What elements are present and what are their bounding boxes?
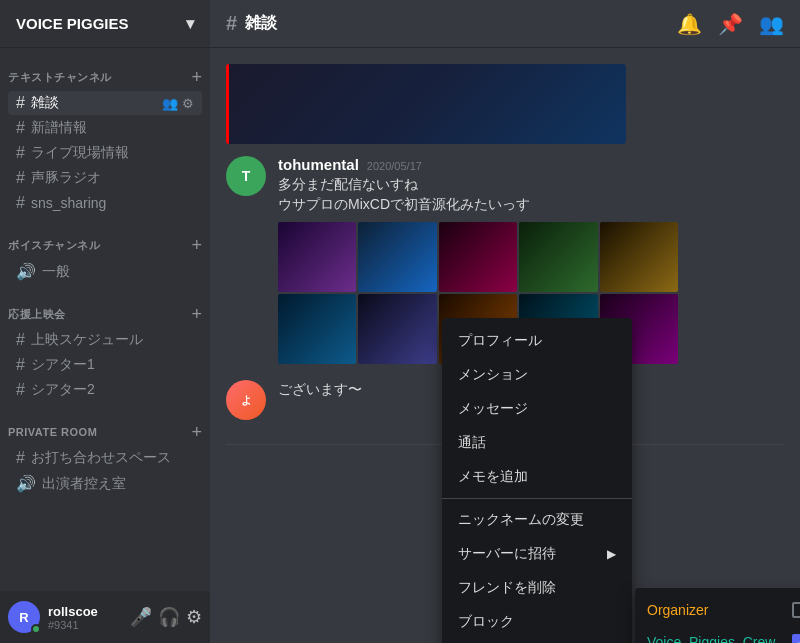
section-label-private: PRIVATE ROOM xyxy=(8,426,97,438)
user-bar-actions: 🎤 🎧 ⚙ xyxy=(130,606,202,628)
message-header: tohumental 2020/05/17 xyxy=(278,156,784,173)
role-checkbox-organizer[interactable] xyxy=(792,602,800,618)
section-label-ouen: 応援上映会 xyxy=(8,307,66,322)
hash-icon: # xyxy=(16,194,25,212)
section-text-channels: テキストチャンネル + # 雑談 👥 ⚙ # 新譜情報 # ライブ現場情報 # … xyxy=(0,64,210,216)
image-cell-7 xyxy=(358,294,436,364)
ctx-profile[interactable]: プロフィール xyxy=(442,324,632,358)
channel-item-uchiawase[interactable]: # お打ち合わせスペース xyxy=(8,446,202,470)
section-header-text[interactable]: テキストチャンネル + xyxy=(0,64,210,90)
section-ouen: 応援上映会 + # 上映スケジュール # シアター1 # シアター2 xyxy=(0,301,210,403)
hash-icon: # xyxy=(16,94,25,112)
channel-item-radio[interactable]: # 声豚ラジオ xyxy=(8,166,202,190)
hash-icon: # xyxy=(16,356,25,374)
ctx-invite[interactable]: サーバーに招待 ▶ xyxy=(442,537,632,571)
image-cell-5 xyxy=(600,222,678,292)
main-content: # 雑談 🔔 📌 👥 T tohumental 2020/05/17 多分まだ配… xyxy=(210,0,800,643)
message-text-2: ウサプロのMixCDで初音源化みたいっす xyxy=(278,195,784,215)
channel-item-schedule[interactable]: # 上映スケジュール xyxy=(8,328,202,352)
message-avatar: T xyxy=(226,156,266,196)
speaker-icon: 🔊 xyxy=(16,474,36,493)
settings-icon[interactable]: ⚙ xyxy=(186,606,202,628)
bell-icon[interactable]: 🔔 xyxy=(677,12,702,36)
channel-item-sns[interactable]: # sns_sharing xyxy=(8,191,202,215)
section-header-ouen[interactable]: 応援上映会 + xyxy=(0,301,210,327)
server-header[interactable]: VOICE PIGGIES ▾ xyxy=(0,0,210,48)
section-label-text: テキストチャンネル xyxy=(8,70,112,85)
add-private-channel-button[interactable]: + xyxy=(191,423,202,441)
section-header-private[interactable]: PRIVATE ROOM + xyxy=(0,419,210,445)
hash-icon: # xyxy=(16,331,25,349)
headphones-icon[interactable]: 🎧 xyxy=(158,606,180,628)
avatar: R xyxy=(8,601,40,633)
user-settings-icon[interactable]: 👥 xyxy=(162,96,178,111)
add-ouen-channel-button[interactable]: + xyxy=(191,305,202,323)
ctx-message[interactable]: メッセージ xyxy=(442,392,632,426)
context-menu: プロフィール メンション メッセージ 通話 メモを追加 ニックネームの変更 サー… xyxy=(442,318,632,643)
channel-item-shinkyoku[interactable]: # 新譜情報 xyxy=(8,116,202,140)
banner-image xyxy=(226,64,646,144)
ctx-memo[interactable]: メモを追加 xyxy=(442,460,632,494)
role-checkbox-crew[interactable]: ✓ xyxy=(792,634,800,643)
image-cell-6 xyxy=(278,294,356,364)
discriminator: #9341 xyxy=(48,619,122,631)
mute-mic-icon[interactable]: 🎤 xyxy=(130,606,152,628)
channel-hash-icon: # xyxy=(226,12,237,35)
speaker-icon: 🔊 xyxy=(16,262,36,281)
section-voice-channels: ボイスチャンネル + 🔊 一般 xyxy=(0,232,210,285)
sidebar: VOICE PIGGIES ▾ テキストチャンネル + # 雑談 👥 ⚙ # 新… xyxy=(0,0,210,643)
channel-item-theater2[interactable]: # シアター2 xyxy=(8,378,202,402)
message-username: tohumental xyxy=(278,156,359,173)
ctx-mention[interactable]: メンション xyxy=(442,358,632,392)
channel-item-zatsudaan[interactable]: # 雑談 👥 ⚙ xyxy=(8,91,202,115)
members-icon[interactable]: 👥 xyxy=(759,12,784,36)
message-timestamp: 2020/05/17 xyxy=(367,160,422,172)
hash-icon: # xyxy=(16,144,25,162)
section-header-voice[interactable]: ボイスチャンネル + xyxy=(0,232,210,258)
image-cell-3 xyxy=(439,222,517,292)
header-right: 🔔 📌 👥 xyxy=(677,12,784,36)
submenu-arrow-icon: ▶ xyxy=(607,547,616,561)
role-name-crew: Voice_Piggies_Crew xyxy=(647,634,792,643)
role-submenu: Organizer Voice_Piggies_Crew ✓ Guest xyxy=(635,588,800,643)
status-indicator xyxy=(31,624,41,634)
channel-item-live[interactable]: # ライブ現場情報 xyxy=(8,141,202,165)
role-name-organizer: Organizer xyxy=(647,602,792,618)
add-voice-channel-button[interactable]: + xyxy=(191,236,202,254)
role-item-organizer[interactable]: Organizer xyxy=(635,594,800,626)
image-cell-2 xyxy=(358,222,436,292)
ctx-call[interactable]: 通話 xyxy=(442,426,632,460)
ctx-block[interactable]: ブロック xyxy=(442,605,632,639)
section-label-voice: ボイスチャンネル xyxy=(8,238,100,253)
user-bar: R rollscoe #9341 🎤 🎧 ⚙ xyxy=(0,591,210,643)
channel-item-shuen[interactable]: 🔊 出演者控え室 xyxy=(8,471,202,496)
ctx-separator-1 xyxy=(442,498,632,499)
add-text-channel-button[interactable]: + xyxy=(191,68,202,86)
role-item-crew[interactable]: Voice_Piggies_Crew ✓ xyxy=(635,626,800,643)
username: rollscoe xyxy=(48,604,122,619)
hash-icon: # xyxy=(16,381,25,399)
section-private-room: PRIVATE ROOM + # お打ち合わせスペース 🔊 出演者控え室 xyxy=(0,419,210,497)
hash-icon: # xyxy=(16,119,25,137)
gear-icon[interactable]: ⚙ xyxy=(182,96,194,111)
channel-actions: 👥 ⚙ xyxy=(162,96,194,111)
channel-item-ippan[interactable]: 🔊 一般 xyxy=(8,259,202,284)
server-chevron: ▾ xyxy=(186,14,194,33)
channel-header: # 雑談 🔔 📌 👥 xyxy=(210,0,800,48)
messages-area[interactable]: T tohumental 2020/05/17 多分まだ配信ないすね ウサプロの… xyxy=(210,48,800,643)
user-info: rollscoe #9341 xyxy=(48,604,122,631)
hash-icon: # xyxy=(16,169,25,187)
image-cell-4 xyxy=(519,222,597,292)
message-text-1: 多分まだ配信ないすね xyxy=(278,175,784,195)
channel-item-theater1[interactable]: # シアター1 xyxy=(8,353,202,377)
hash-icon: # xyxy=(16,449,25,467)
pin-icon[interactable]: 📌 xyxy=(718,12,743,36)
server-name: VOICE PIGGIES xyxy=(16,15,129,32)
channel-name: 雑談 xyxy=(245,13,277,34)
ctx-nickname[interactable]: ニックネームの変更 xyxy=(442,503,632,537)
ctx-unfriend[interactable]: フレンドを削除 xyxy=(442,571,632,605)
message-avatar-2: よ xyxy=(226,380,266,420)
image-cell-1 xyxy=(278,222,356,292)
banner-placeholder xyxy=(226,64,626,144)
